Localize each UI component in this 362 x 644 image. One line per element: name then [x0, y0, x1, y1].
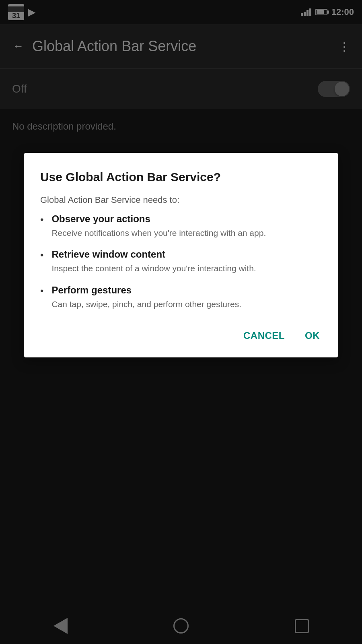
permission-desc-1: Receive notifications when you're intera…	[51, 227, 322, 239]
permission-item-1: • Observe your actions Receive notificat…	[40, 213, 322, 239]
bullet-1: •	[40, 214, 43, 225]
permission-title-1: Observe your actions	[51, 213, 322, 225]
dialog-subtitle: Global Action Bar Service needs to:	[40, 195, 322, 205]
permission-item-3: • Perform gestures Can tap, swipe, pinch…	[40, 285, 322, 310]
permission-dialog: Use Global Action Bar Service? Global Ac…	[24, 153, 338, 357]
permission-title-2: Retrieve window content	[51, 249, 322, 260]
bullet-3: •	[40, 285, 43, 297]
permission-item-2: • Retrieve window content Inspect the co…	[40, 249, 322, 274]
ok-button[interactable]: OK	[303, 326, 322, 345]
permission-desc-3: Can tap, swipe, pinch, and perform other…	[51, 298, 322, 310]
permission-content-3: Perform gestures Can tap, swipe, pinch, …	[51, 285, 322, 310]
dialog-title: Use Global Action Bar Service?	[40, 169, 322, 185]
dialog-actions: CANCEL OK	[40, 322, 322, 345]
permission-desc-2: Inspect the content of a window you're i…	[51, 262, 322, 274]
permission-content-2: Retrieve window content Inspect the cont…	[51, 249, 322, 274]
permission-title-3: Perform gestures	[51, 285, 322, 296]
cancel-button[interactable]: CANCEL	[241, 326, 287, 345]
permission-content-1: Observe your actions Receive notificatio…	[51, 213, 322, 239]
bullet-2: •	[40, 250, 43, 261]
